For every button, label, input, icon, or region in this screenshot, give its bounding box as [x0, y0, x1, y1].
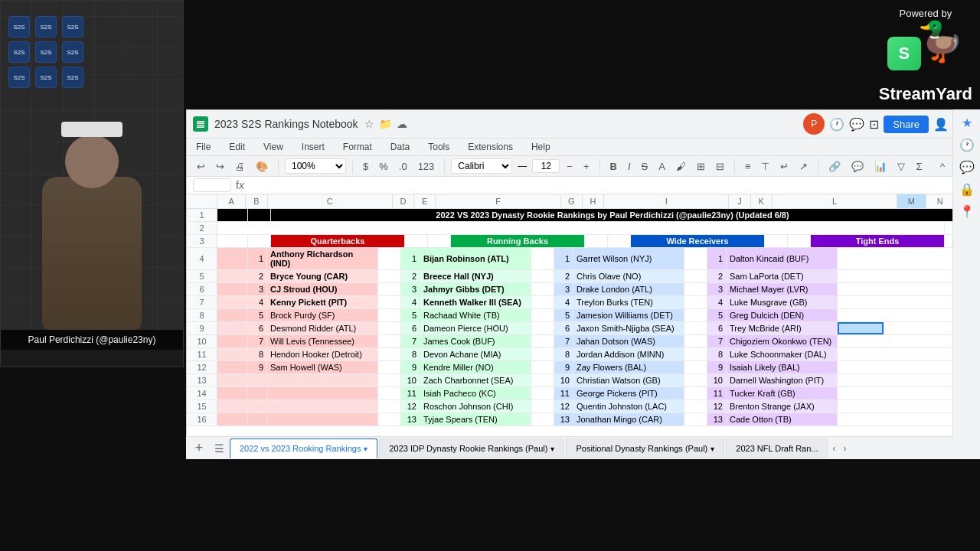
col-h[interactable]: H: [583, 194, 604, 208]
strikethrough-button[interactable]: S: [638, 159, 652, 174]
paint-format-button[interactable]: 🎨: [252, 159, 272, 174]
formula-bar: Me fx: [187, 177, 955, 194]
cell-reference[interactable]: Me: [193, 178, 231, 192]
menu-view[interactable]: View: [260, 140, 286, 154]
explore-toggle[interactable]: ^: [936, 159, 949, 174]
menu-insert[interactable]: Insert: [299, 140, 328, 154]
row-15-num: 15: [187, 400, 217, 412]
webcam-panel: S2S S2S S2S S2S S2S S2S S2S S2S S2S Paul…: [0, 0, 184, 367]
chrome-right-icons: P 🕐 💬 ⊡ Share 👤: [803, 113, 949, 135]
row-6-num: 6: [187, 283, 217, 295]
sidebar-icon-1[interactable]: ★: [962, 116, 972, 130]
col-n[interactable]: N: [926, 194, 955, 208]
tab-idp-dropdown-icon[interactable]: ▾: [550, 445, 554, 453]
menu-data[interactable]: Data: [387, 140, 413, 154]
row-num-header: [187, 194, 217, 208]
toolbar: ↩ ↪ 🖨 🎨 100% $ % .0 123 Calibri — − + B …: [187, 156, 955, 177]
font-select[interactable]: Calibri: [451, 158, 512, 174]
sheets-icon: [193, 116, 208, 132]
sheet-content: 1 2022 VS 2023 Dynasty Rookie Rankings b…: [187, 209, 955, 445]
row-8-num: 8: [187, 309, 217, 321]
add-sheet-button[interactable]: +: [190, 439, 208, 458]
col-l[interactable]: L: [773, 194, 898, 208]
col-c[interactable]: C: [268, 194, 394, 208]
player-row-10: 13 10 Zach Charbonnet (SEA) 10 Christian…: [187, 374, 955, 387]
col-b[interactable]: B: [246, 194, 267, 208]
sidebar-icon-4[interactable]: 🔒: [959, 182, 975, 197]
wall-stickers: S2S S2S S2S S2S S2S S2S S2S S2S S2S: [8, 16, 85, 88]
col-j[interactable]: J: [729, 194, 750, 208]
sheets-list-button[interactable]: ☰: [210, 439, 228, 458]
percent-button[interactable]: %: [375, 159, 392, 174]
history-icon[interactable]: 🕐: [829, 117, 844, 132]
share-button[interactable]: Share: [884, 116, 929, 133]
text-wrap-button[interactable]: ↵: [776, 159, 792, 174]
menu-file[interactable]: File: [193, 140, 214, 154]
italic-button[interactable]: I: [624, 159, 635, 174]
text-rotate-button[interactable]: ↗: [795, 159, 812, 174]
col-e[interactable]: E: [414, 194, 436, 208]
tab-next-arrow[interactable]: ›: [840, 440, 849, 457]
decimal-dec-button[interactable]: .0: [395, 159, 411, 174]
tab-prev-arrow[interactable]: ‹: [829, 440, 838, 457]
font-size-input[interactable]: [532, 159, 560, 173]
formula-input[interactable]: [249, 180, 949, 191]
col-m[interactable]: M: [897, 194, 926, 208]
folder-icon[interactable]: 📁: [379, 118, 392, 130]
filter-button[interactable]: ▽: [893, 159, 909, 174]
menu-extensions[interactable]: Extensions: [465, 140, 516, 154]
row-14-num: 14: [187, 387, 217, 399]
col-i[interactable]: I: [604, 194, 730, 208]
player-row-12: 15 12 Roschon Johnson (CHI) 12 Quentin J…: [187, 400, 955, 413]
text-color-button[interactable]: A: [655, 159, 669, 174]
align-button[interactable]: ≡: [741, 159, 755, 174]
comment-icon[interactable]: 💬: [849, 117, 864, 132]
redo-button[interactable]: ↪: [212, 159, 228, 174]
bold-button[interactable]: B: [606, 159, 621, 174]
print-button[interactable]: 🖨: [231, 159, 249, 174]
currency-button[interactable]: $: [359, 159, 372, 174]
borders-button[interactable]: ⊞: [693, 159, 709, 174]
player-row-7: 10 7 Will Levis (Tennessee) 7 James Cook…: [187, 335, 955, 348]
te-header: Tight Ends: [811, 235, 945, 247]
zoom-select[interactable]: 100%: [285, 158, 346, 174]
col-g[interactable]: G: [561, 194, 583, 208]
people-icon[interactable]: 👤: [933, 117, 949, 132]
row-10-num: 10: [187, 335, 217, 347]
sidebar-icon-3[interactable]: 💬: [959, 160, 975, 174]
star-icon[interactable]: ☆: [364, 118, 374, 130]
menu-tools[interactable]: Tools: [425, 140, 452, 154]
fx-label: fx: [236, 179, 244, 191]
tab-pos-dropdown-icon[interactable]: ▾: [710, 445, 714, 453]
undo-button[interactable]: ↩: [193, 159, 209, 174]
col-d[interactable]: D: [393, 194, 414, 208]
highlight-button[interactable]: 🖌: [672, 159, 690, 174]
sidebar-icon-5[interactable]: 📍: [959, 204, 975, 219]
tab-nfl-draft[interactable]: 2023 NFL Draft Ran...: [726, 439, 828, 458]
functions-button[interactable]: Σ: [912, 159, 926, 174]
col-f[interactable]: F: [436, 194, 561, 208]
font-size-plus[interactable]: +: [580, 159, 593, 174]
tab-dropdown-icon[interactable]: ▾: [364, 445, 368, 453]
tab-positional[interactable]: Positional Dynasty Rankings (Paul) ▾: [566, 439, 724, 458]
row-7-num: 7: [187, 296, 217, 308]
chart-button[interactable]: 📊: [871, 159, 890, 174]
menu-edit[interactable]: Edit: [226, 140, 248, 154]
col-k[interactable]: K: [751, 194, 773, 208]
cloud-icon[interactable]: ☁: [397, 118, 407, 130]
comment-button[interactable]: 💬: [848, 159, 867, 174]
valign-button[interactable]: ⊤: [757, 159, 773, 174]
tab-idp-rankings[interactable]: 2023 IDP Dynasty Rookie Rankings (Paul) …: [379, 439, 564, 458]
col-headers: A B C D E F G H I J K L M N: [187, 194, 955, 209]
number-format-button[interactable]: 123: [414, 159, 439, 174]
col-a[interactable]: A: [217, 194, 246, 208]
link-button[interactable]: 🔗: [825, 159, 844, 174]
menu-format[interactable]: Format: [340, 140, 375, 154]
user-avatar[interactable]: P: [803, 113, 825, 135]
tab-rooking-rankings[interactable]: 2022 vs 2023 Rooking Rankings ▾: [230, 439, 377, 458]
merge-button[interactable]: ⊟: [712, 159, 728, 174]
font-size-minus[interactable]: −: [563, 159, 577, 174]
present-icon[interactable]: ⊡: [869, 117, 879, 132]
menu-help[interactable]: Help: [528, 140, 554, 154]
sidebar-icon-2[interactable]: 🕐: [959, 138, 975, 152]
